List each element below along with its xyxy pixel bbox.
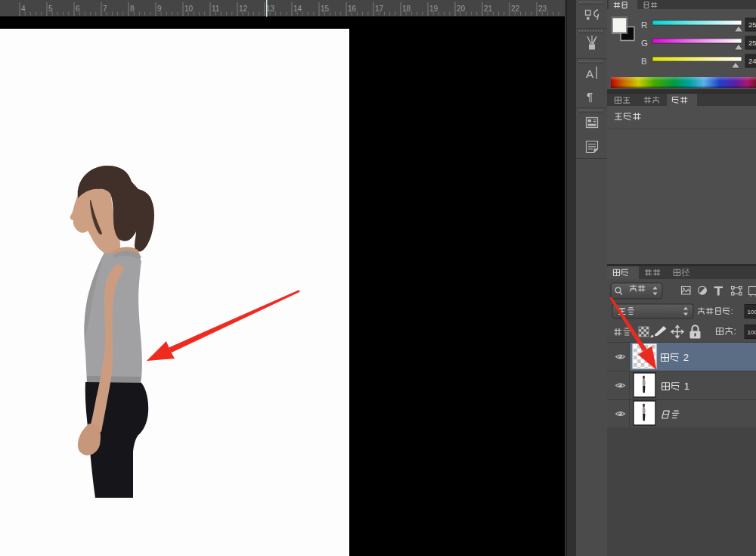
svg-text:22: 22 bbox=[511, 5, 520, 13]
svg-text:21: 21 bbox=[484, 5, 493, 13]
svg-text:17: 17 bbox=[375, 5, 384, 13]
svg-text:A: A bbox=[586, 67, 593, 80]
svg-text:19: 19 bbox=[429, 5, 438, 13]
svg-text:18: 18 bbox=[402, 5, 411, 13]
svg-text:¶: ¶ bbox=[587, 90, 593, 103]
svg-text:23: 23 bbox=[538, 5, 547, 13]
svg-text:20: 20 bbox=[457, 5, 466, 13]
